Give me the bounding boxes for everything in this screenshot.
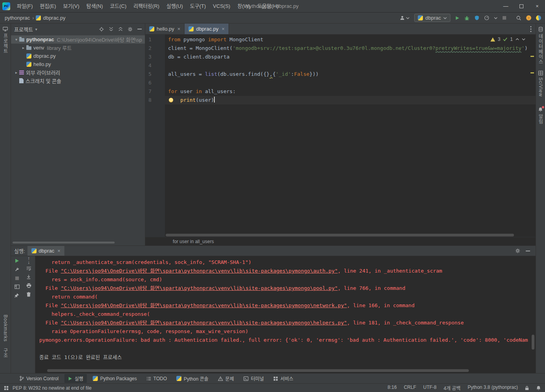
statusbar-message[interactable]: PEP 8: W292 no newline at end of file <box>13 385 91 391</box>
collapseall-icon[interactable] <box>118 27 123 31</box>
tree-item[interactable]: ▸venvlibrary 루트 <box>11 44 145 52</box>
code-line[interactable]: 4 <box>145 61 536 70</box>
menu-item[interactable]: VCS(S) <box>209 0 234 13</box>
menu-item[interactable]: 리팩터링(R) <box>130 0 163 13</box>
tree-item[interactable]: hello.py <box>11 60 145 68</box>
intention-bulb-icon[interactable] <box>169 98 173 102</box>
run-config-select[interactable]: dbprac <box>414 14 450 22</box>
inspections-widget[interactable]: 3 1 <box>490 37 525 42</box>
editor-breadcrumbs[interactable]: for user in all_users <box>145 237 536 245</box>
menu-item[interactable]: 도구(T) <box>187 0 210 13</box>
toolwindow-stripe-button[interactable]: 구조 <box>2 345 9 361</box>
prev-problem-icon[interactable] <box>516 38 519 40</box>
tab-options-icon[interactable] <box>526 24 536 34</box>
hide-toolwindow-icon[interactable] <box>526 251 530 251</box>
tree-item[interactable]: 스크래치 및 콘솔 <box>11 77 145 85</box>
code-line[interactable]: 1from pymongo import MongoClient <box>145 35 536 44</box>
breadcrumb-project[interactable]: pythonprac <box>4 15 31 21</box>
toolwindow-stripe-button[interactable]: 프로젝트 <box>2 24 9 57</box>
minus-icon[interactable] <box>137 29 142 29</box>
breadcrumb-context[interactable]: for user in all_users <box>173 239 214 244</box>
layout-button[interactable] <box>15 284 20 289</box>
lock-icon[interactable] <box>525 386 529 390</box>
statusbar-widget[interactable]: CRLF <box>404 385 416 391</box>
console-file-link[interactable]: "C:\Users\joo94\OneDrive\바탕 화면\sparta\py… <box>61 320 347 326</box>
statusbar-widget[interactable]: 4개 공백 <box>444 385 461 391</box>
menu-item[interactable]: 보기(V) <box>60 0 83 13</box>
menu-item[interactable]: 파일(F) <box>13 0 37 13</box>
toolwindow-stripe-button[interactable]: Bookmarks <box>2 311 9 345</box>
run-button[interactable] <box>455 16 459 20</box>
softwrap-button[interactable] <box>26 266 31 271</box>
breadcrumb-file[interactable]: dbprac.py <box>42 15 66 21</box>
statusbar-widget[interactable]: 8:16 <box>388 385 397 391</box>
pin-button[interactable] <box>15 293 19 298</box>
close-icon[interactable]: × <box>177 26 181 32</box>
menu-item[interactable]: 코드(C) <box>106 0 130 13</box>
console-horizontal-scrollbar[interactable] <box>47 369 469 372</box>
close-button[interactable]: × <box>529 0 545 13</box>
close-icon[interactable]: × <box>222 26 225 32</box>
editor-tab[interactable]: hello.py× <box>145 24 185 34</box>
profiler-button[interactable] <box>484 15 489 20</box>
minimize-button[interactable]: — <box>498 0 514 13</box>
printer-button[interactable] <box>26 283 31 288</box>
next-problem-icon[interactable] <box>522 38 525 40</box>
error-stripe-mark[interactable] <box>530 72 534 73</box>
tree-expand-arrow-icon[interactable]: ▸ <box>13 70 19 75</box>
scrollend-button[interactable] <box>26 275 31 279</box>
statusbar-widget[interactable]: Python 3.8 (pythonprac) <box>468 385 518 391</box>
console-file-link[interactable]: "C:\Users\joo94\OneDrive\바탕 화면\sparta\py… <box>61 302 347 308</box>
maximize-button[interactable] <box>514 0 529 13</box>
toolwindow-button[interactable]: TODO <box>143 375 170 383</box>
code-line[interactable]: 2client = MongoClient('mongodb+srv://tes… <box>145 44 536 53</box>
toolwindow-button[interactable]: 터미널 <box>240 374 267 383</box>
toolwindow-stripe-button[interactable]: SciView <box>537 68 544 100</box>
code-line[interactable]: 3db = client.dbsparta <box>145 53 536 61</box>
tree-expand-arrow-icon[interactable]: ▸ <box>20 46 26 50</box>
trash-button[interactable] <box>26 292 31 297</box>
code-line[interactable]: 5all_users = list(db.users.find({},{'_id… <box>145 70 536 79</box>
console-vertical-scrollbar[interactable] <box>532 335 534 350</box>
user-profile-button[interactable] <box>400 15 410 20</box>
toolwindow-button[interactable]: Version Control <box>16 375 62 383</box>
code-line[interactable]: 8 print(user) <box>145 96 536 104</box>
error-stripe-mark[interactable] <box>530 56 534 57</box>
tree-item[interactable]: ▸외부 라이브러리 <box>11 68 145 77</box>
close-icon[interactable]: × <box>57 248 60 254</box>
menu-item[interactable]: 탐색(N) <box>83 0 106 13</box>
tree-expand-arrow-icon[interactable]: ▾ <box>13 37 19 42</box>
menu-item[interactable]: 편집(E) <box>37 0 60 13</box>
rerun-button[interactable] <box>15 258 19 263</box>
console-file-link[interactable]: "C:\Users\joo94\OneDrive\바탕 화면\sparta\py… <box>61 268 338 274</box>
run-tab[interactable]: dbprac × <box>27 246 64 256</box>
code-line[interactable]: 7for user in all_users: <box>145 87 536 96</box>
notifications-bell-icon[interactable] <box>536 385 541 390</box>
statusbar-widget[interactable]: UTF-8 <box>423 385 437 391</box>
editor-tab[interactable]: dbprac.py× <box>185 24 229 34</box>
stop-button[interactable] <box>15 276 19 280</box>
settings-gear-icon[interactable] <box>515 248 520 253</box>
toolwindow-button[interactable]: Python 콘솔 <box>173 374 212 383</box>
code-line[interactable]: 6 <box>145 79 536 87</box>
coverage-button[interactable] <box>474 15 479 20</box>
toolwindow-button[interactable]: 문제 <box>214 374 238 383</box>
locate-icon[interactable] <box>99 27 104 32</box>
editor-horizontal-scrollbar[interactable] <box>166 234 529 236</box>
project-scrollbar[interactable] <box>13 242 143 244</box>
toolwindow-button[interactable]: Python Packages <box>89 375 140 383</box>
console-file-link[interactable]: "C:\Users\joo94\OneDrive\바탕 화면\sparta\py… <box>61 285 338 291</box>
update-notification-icon[interactable]: ↑ <box>526 15 531 20</box>
wrench-button[interactable] <box>15 267 20 272</box>
console-output[interactable]: return _authenticate_scram(credentials, … <box>35 256 536 373</box>
ide-features-icon[interactable] <box>536 15 541 20</box>
toolwindow-stripe-button[interactable]: 알림 <box>537 104 544 127</box>
expandall-icon[interactable] <box>109 27 113 31</box>
tree-item[interactable]: dbprac.py <box>11 52 145 60</box>
project-panel-title[interactable]: 프로젝트 <box>14 26 33 33</box>
toolwindow-switcher-icon[interactable] <box>4 386 9 390</box>
search-everywhere-button[interactable] <box>516 15 521 21</box>
tree-item[interactable]: ▾pythonpracC:\Users\joo94\OneDrive\바탕 화면… <box>11 35 145 44</box>
toolwindow-button[interactable]: 서비스 <box>270 374 297 383</box>
debug-button[interactable] <box>464 15 470 21</box>
